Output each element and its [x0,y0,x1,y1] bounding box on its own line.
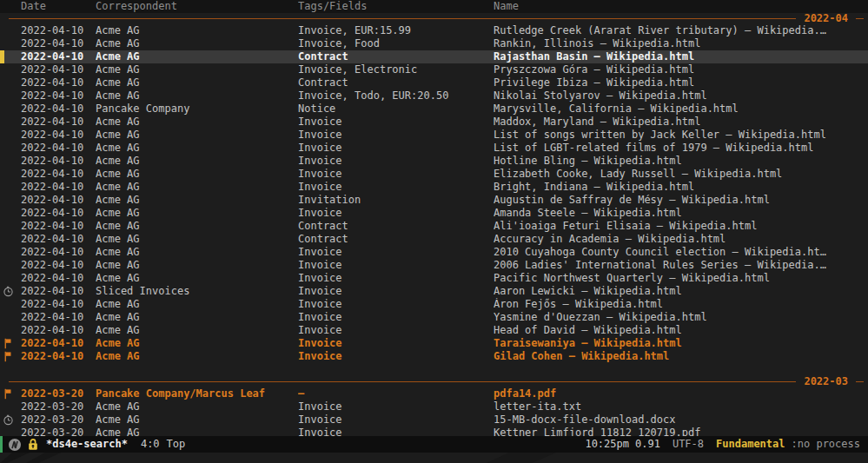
document-name: Rankin, Illinois – Wikipedia.html [494,37,868,50]
document-row[interactable]: 2022-03-20Acme AGInvoice15-MB-docx-file-… [0,413,868,427]
document-row[interactable]: 2022-04-10Sliced InvoicesInvoiceAaron Le… [0,285,868,298]
document-row[interactable]: 2022-04-10Acme AGInvoiceYasmine d'Ouezza… [0,311,868,324]
document-tags: Invoice [298,116,494,129]
document-row[interactable]: 2022-04-10Acme AGInvoicePacific Northwes… [0,272,868,285]
document-row[interactable]: 2022-04-10Acme AGInvoiceElizabeth Cooke,… [0,168,868,181]
icon-spacer [0,168,21,181]
document-row[interactable]: 2022-04-10Acme AGContractRajasthan Basin… [0,50,868,63]
icon-spacer [0,103,21,116]
document-date: 2022-04-10 [21,337,96,350]
document-correspondent: Acme AG [96,350,298,363]
document-name: letter-ita.txt [494,400,868,413]
document-row[interactable]: 2022-04-10Pancake CompanyNoticeMarysvill… [0,103,868,116]
document-row[interactable]: 2022-04-10Acme AGInvoiceBright, Indiana … [0,181,868,194]
document-name: List of LGBT-related films of 1979 – Wik… [494,142,868,155]
icon-spacer [0,24,21,37]
flag-icon [0,387,21,400]
document-row[interactable]: 2022-04-10Acme AGInvoiceGilad Cohen – Wi… [0,350,868,363]
separator-line [9,18,796,19]
document-correspondent: Acme AG [96,89,298,103]
document-correspondent: Acme AG [96,76,298,89]
document-name: List of songs written by Jack Keller – W… [494,129,868,142]
document-correspondent: Acme AG [96,298,298,311]
document-correspondent: Acme AG [96,311,298,324]
document-tags: Contract [298,50,494,63]
document-correspondent: Acme AG [96,37,298,50]
document-row[interactable]: 2022-04-10Acme AGInvoiceÁron Fejős – Wik… [0,298,868,311]
document-row[interactable]: 2022-04-10Acme AGInvitationAugustin de S… [0,194,868,207]
document-date: 2022-04-10 [21,142,96,155]
document-date: 2022-04-10 [21,63,96,76]
document-name: Taraisewaniya – Wikipedia.html [494,337,868,350]
document-tags: Invitation [298,194,494,207]
document-date: 2022-04-10 [21,155,96,168]
document-row[interactable]: 2022-04-10Acme AGContractPrivilege Ibiza… [0,76,868,89]
column-header-correspondent: Correspondent [96,0,298,13]
document-tags: Contract [298,76,494,89]
document-row[interactable]: 2022-04-10Acme AGInvoiceHead of David – … [0,324,868,337]
document-tags: Invoice [298,259,494,272]
document-correspondent: Acme AG [96,207,298,220]
document-tags: Invoice [298,427,494,436]
document-correspondent: Acme AG [96,337,298,350]
document-date: 2022-04-10 [21,168,96,181]
document-row[interactable]: 2022-04-10Acme AGInvoice, FoodRankin, Il… [0,37,868,50]
document-date: 2022-04-10 [21,259,96,272]
document-name: Hotline Bling – Wikipedia.html [494,155,868,168]
encoding-indicator: UTF-8 [673,438,704,451]
document-row[interactable]: 2022-04-10Acme AGInvoice, ElectronicPrys… [0,63,868,76]
document-row[interactable]: 2022-04-10Acme AGInvoice, EUR:15.99Rutle… [0,24,868,37]
icon-spacer [0,246,21,259]
separator-tail-line [856,381,864,382]
document-tags: Invoice [298,400,494,413]
document-row[interactable]: 2022-04-10Acme AGInvoiceMaddox, Maryland… [0,116,868,129]
document-date: 2022-04-10 [21,311,96,324]
document-row[interactable]: 2022-04-10Acme AGContractAli'ioaiga Fetu… [0,220,868,233]
document-tags: Invoice [298,350,494,363]
major-mode-name: Fundamental [716,438,785,451]
document-tags: – [298,387,494,400]
document-correspondent: Acme AG [96,259,298,272]
document-row[interactable]: 2022-04-10Acme AGInvoice2006 Ladies' Int… [0,259,868,272]
document-correspondent: Acme AG [96,142,298,155]
document-row[interactable]: 2022-03-20Acme AGInvoiceletter-ita.txt [0,400,868,413]
document-row[interactable]: 2022-04-10Acme AGInvoiceHotline Bling – … [0,155,868,168]
document-name: Amanda Steele – Wikipedia.html [494,207,868,220]
document-date: 2022-04-10 [21,129,96,142]
icon-spacer [0,76,21,89]
clock-icon [0,285,21,298]
document-tags: Invoice [298,298,494,311]
document-date: 2022-03-20 [21,387,96,400]
icon-spacer [0,194,21,207]
document-date: 2022-04-10 [21,233,96,246]
document-row[interactable]: 2022-04-10Acme AGInvoiceTaraisewaniya – … [0,337,868,350]
document-row[interactable]: 2022-03-20Acme AGInvoiceKettner Limfjord… [0,427,868,436]
icon-spacer [0,324,21,337]
buffer-name: *ds4e-search* [46,438,128,451]
document-tags: Invoice [298,142,494,155]
document-name: Rajasthan Basin – Wikipedia.html [494,50,868,63]
document-correspondent: Sliced Invoices [96,285,298,298]
document-row[interactable]: 2022-04-10Acme AGContractAccuracy in Aca… [0,233,868,246]
document-correspondent: Acme AG [96,181,298,194]
document-tags: Invoice [298,181,494,194]
document-row[interactable]: 2022-03-20Pancake Company/Marcus Leaf–pd… [0,387,868,400]
document-correspondent: Acme AG [96,116,298,129]
document-row[interactable]: 2022-04-10Acme AGInvoice2010 Cuyahoga Co… [0,246,868,259]
document-row[interactable]: 2022-04-10Acme AGInvoiceList of LGBT-rel… [0,142,868,155]
document-row[interactable]: 2022-04-10Acme AGInvoiceAmanda Steele – … [0,207,868,220]
clock-time: 10:25pm [585,438,629,451]
table-header: Date Correspondent Tags/Fields Name [0,0,868,13]
document-row[interactable]: 2022-04-10Acme AGInvoiceList of songs wr… [0,129,868,142]
document-name: Aaron Lewicki – Wikipedia.html [494,285,868,298]
lock-icon [27,438,39,451]
document-row[interactable]: 2022-04-10Acme AGInvoice, Todo, EUR:20.5… [0,89,868,103]
document-name: 15-MB-docx-file-download.docx [494,413,868,427]
document-date: 2022-04-10 [21,220,96,233]
document-correspondent: Acme AG [96,129,298,142]
document-name: Ali'ioaiga Feturi Elisaia – Wikipedia.ht… [494,220,868,233]
document-date: 2022-04-10 [21,76,96,89]
document-name: Marysville, California – Wikipedia.html [494,103,868,116]
date-group-label: 2022-03 [804,375,848,388]
document-date: 2022-04-10 [21,194,96,207]
